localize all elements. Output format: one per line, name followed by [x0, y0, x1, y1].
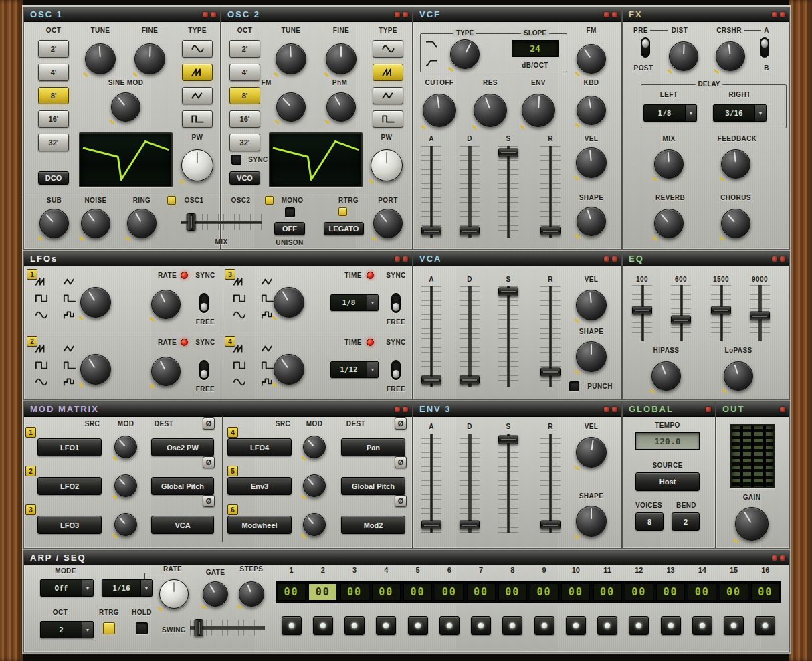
osc2-oct-4-button[interactable]: 4'	[229, 64, 260, 81]
global-voices-button[interactable]: 8	[635, 512, 664, 531]
arp-rate-select[interactable]: 1/16▼	[102, 579, 153, 597]
mixer-port-knob[interactable]	[373, 209, 403, 238]
osc2-oct-2-button[interactable]: 2'	[229, 40, 260, 58]
osc1-oct-16-button[interactable]: 16'	[38, 110, 69, 128]
mod-slot2-dest-button[interactable]: Global Pitch	[151, 477, 214, 495]
osc2-vco-button[interactable]: VCO	[229, 171, 260, 185]
mod-slot5-invert-button[interactable]: Ø	[395, 456, 407, 468]
step-button[interactable]	[597, 616, 617, 635]
mixer-rtrg-led[interactable]	[338, 207, 347, 216]
arp-swing-slider[interactable]	[190, 620, 265, 636]
osc2-type-saw-button[interactable]	[373, 64, 403, 81]
mod-slot3-invert-button[interactable]: Ø	[203, 495, 215, 507]
eq-band-9000-slider[interactable]	[750, 285, 770, 341]
arp-oct-select[interactable]: 2▼	[40, 621, 94, 638]
env3-sustain-slider[interactable]	[498, 434, 518, 533]
eq-band-100-slider[interactable]	[632, 285, 652, 341]
arp-hold-button[interactable]	[136, 622, 148, 634]
step-button[interactable]	[408, 616, 428, 635]
step-button[interactable]	[313, 616, 333, 635]
osc1-dco-button[interactable]: DCO	[38, 171, 69, 185]
osc1-oct-32-button[interactable]: 32'	[38, 134, 69, 151]
mixer-noise-knob[interactable]	[81, 209, 110, 238]
vca-vel-knob[interactable]	[576, 290, 607, 320]
fx-reverb-knob[interactable]	[654, 209, 684, 238]
eq-band-600-slider[interactable]	[671, 285, 691, 341]
fx-mix-knob[interactable]	[654, 149, 684, 179]
lfo2-sync-switch[interactable]	[199, 360, 209, 380]
step-button[interactable]	[724, 616, 744, 635]
osc2-oct-32-button[interactable]: 32'	[229, 134, 260, 151]
lfo2-rate-knob[interactable]	[151, 357, 181, 386]
fx-crshr-knob[interactable]	[716, 41, 745, 71]
mixer-unison-off-button[interactable]: OFF	[274, 222, 305, 235]
osc2-pw-knob[interactable]	[371, 149, 403, 181]
arp-mode-select[interactable]: Off▼	[40, 579, 94, 597]
vcf-kbd-knob[interactable]	[577, 96, 606, 125]
mod-slot4-amount-knob[interactable]	[303, 436, 326, 458]
lfo3-wave-knob[interactable]	[274, 287, 304, 318]
vca-release-slider[interactable]	[540, 286, 561, 387]
osc2-fm-knob[interactable]	[276, 92, 306, 122]
mod-slot6-src-button[interactable]: Modwheel	[227, 516, 292, 534]
step-button[interactable]	[471, 616, 491, 635]
step-button[interactable]	[376, 616, 396, 635]
osc1-oct-4-button[interactable]: 4'	[38, 64, 69, 81]
osc2-tune-knob[interactable]	[276, 43, 306, 74]
mod-slot5-dest-button[interactable]: Global Pitch	[341, 477, 405, 495]
mod-slot6-invert-button[interactable]: Ø	[395, 495, 407, 507]
osc2-oct-8-button[interactable]: 8'	[229, 87, 260, 104]
osc1-tune-knob[interactable]	[85, 43, 116, 74]
lfo1-sync-switch[interactable]	[199, 293, 209, 313]
mod-slot3-dest-button[interactable]: VCA	[151, 516, 214, 534]
osc1-fine-knob[interactable]	[134, 43, 165, 74]
osc1-type-triangle-button[interactable]	[182, 87, 213, 104]
step-button[interactable]	[282, 616, 302, 635]
vcf-cutoff-knob[interactable]	[423, 94, 456, 127]
osc1-sine-mod-knob[interactable]	[111, 92, 140, 122]
global-source-button[interactable]: Host	[635, 472, 700, 491]
fx-a-b-switch[interactable]	[760, 37, 769, 58]
global-bend-button[interactable]: 2	[672, 512, 700, 531]
osc1-pw-knob[interactable]	[181, 149, 213, 181]
mod-slot3-amount-knob[interactable]	[114, 513, 137, 536]
lfo4-time-select[interactable]: 1/12▼	[330, 361, 379, 378]
lfo4-sync-switch[interactable]	[391, 360, 401, 380]
mod-slot2-amount-knob[interactable]	[114, 474, 137, 497]
mod-slot1-invert-button[interactable]: Ø	[203, 417, 215, 430]
mixer-mono-checkbox[interactable]	[285, 207, 295, 217]
arp-gate-knob[interactable]	[203, 581, 228, 607]
env3-shape-knob[interactable]	[576, 506, 607, 537]
arp-rate-knob[interactable]	[159, 579, 189, 609]
vca-attack-slider[interactable]	[421, 286, 441, 387]
lfo1-wave-knob[interactable]	[80, 287, 111, 318]
fx-delay-right-select[interactable]: 3/16▼	[713, 104, 767, 122]
mod-slot1-dest-button[interactable]: Osc2 PW	[151, 438, 214, 456]
mod-slot4-dest-button[interactable]: Pan	[341, 438, 405, 456]
vcf-attack-slider[interactable]	[421, 146, 441, 238]
vcf-res-knob[interactable]	[474, 94, 507, 127]
osc1-type-saw-button[interactable]	[182, 64, 213, 81]
osc2-oct-16-button[interactable]: 16'	[229, 110, 260, 128]
fx-dist-knob[interactable]	[669, 41, 698, 71]
mixer-mix-slider[interactable]	[181, 214, 262, 230]
osc1-type-sine-button[interactable]	[182, 40, 213, 58]
osc2-sync-checkbox[interactable]	[231, 155, 241, 165]
vcf-decay-slider[interactable]	[460, 146, 480, 238]
mod-slot6-dest-button[interactable]: Mod2	[341, 516, 405, 534]
mod-slot2-invert-button[interactable]: Ø	[203, 456, 215, 468]
mixer-sub-knob[interactable]	[39, 209, 69, 238]
mod-slot1-amount-knob[interactable]	[114, 436, 137, 458]
env3-decay-slider[interactable]	[460, 434, 480, 533]
lfo3-time-select[interactable]: 1/8▼	[330, 294, 379, 311]
vcf-shape-knob[interactable]	[577, 207, 606, 236]
step-button[interactable]	[755, 616, 775, 635]
env3-attack-slider[interactable]	[421, 434, 441, 533]
vcf-type-knob[interactable]	[450, 39, 480, 69]
env3-vel-knob[interactable]	[576, 437, 607, 468]
step-button[interactable]	[344, 616, 365, 635]
step-button[interactable]	[661, 616, 681, 635]
step-button[interactable]	[502, 616, 522, 635]
mod-slot4-src-button[interactable]: LFO4	[227, 438, 292, 456]
osc1-type-pulse-button[interactable]	[182, 110, 213, 128]
